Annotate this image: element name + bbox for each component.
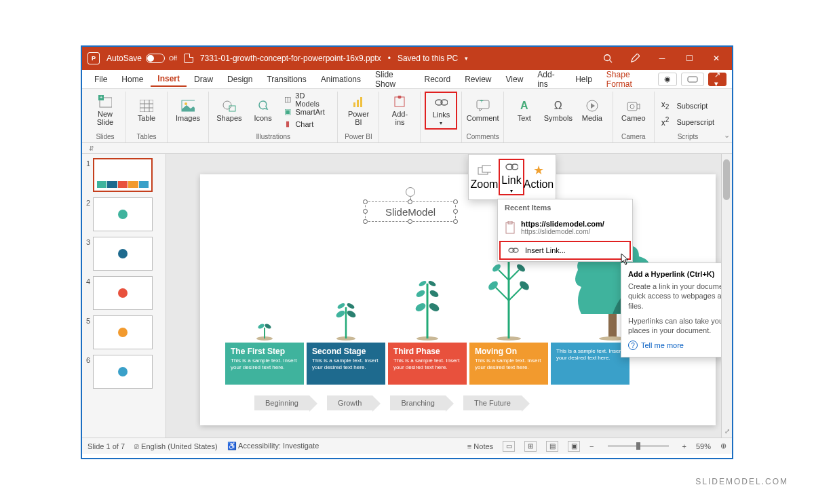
subscript-button[interactable]: x2 Subscript xyxy=(659,100,717,112)
recent-link-item[interactable]: https://slidemodel.com/https://slidemode… xyxy=(498,216,632,239)
lang-indicator[interactable]: ⎚ English (United States) xyxy=(134,442,218,450)
sorter-view-button[interactable]: ⊞ xyxy=(524,441,537,452)
action-submenu[interactable]: ★Action xyxy=(526,159,551,195)
images-button[interactable]: Images xyxy=(172,92,204,130)
tab-review[interactable]: Review xyxy=(458,72,498,87)
chart-button[interactable]: ▮Chart xyxy=(280,118,333,130)
slide-thumb-6[interactable] xyxy=(93,355,153,389)
svg-point-36 xyxy=(414,302,427,313)
search-icon[interactable] xyxy=(598,48,618,69)
tab-animations[interactable]: Animations xyxy=(314,72,368,87)
scrollbar-thumb[interactable] xyxy=(723,159,730,200)
group-illustrations: Illustrations xyxy=(256,132,290,142)
thumbnail-panel[interactable]: 1 2 3 4 5 6 xyxy=(82,154,166,438)
chevron-down-icon[interactable]: ▾ xyxy=(465,55,468,62)
cameo-button[interactable]: Cameo xyxy=(617,92,650,130)
slide-thumb-5[interactable] xyxy=(93,315,153,349)
links-button[interactable]: Links▾ xyxy=(425,92,457,130)
tab-shape-format[interactable]: Shape Format xyxy=(600,67,657,92)
addins-button[interactable]: Add- ins xyxy=(383,92,416,130)
tab-help[interactable]: Help xyxy=(568,72,599,87)
insert-link-item[interactable]: Insert Link... xyxy=(499,241,631,260)
tab-home[interactable]: Home xyxy=(115,72,150,87)
new-slide-button[interactable]: +New Slide xyxy=(89,92,121,130)
svg-rect-2 xyxy=(688,77,697,82)
work-area: 1 2 3 4 5 6 SlideModel xyxy=(82,154,732,438)
tab-file[interactable]: File xyxy=(88,72,114,87)
tab-insert[interactable]: Insert xyxy=(151,71,187,87)
powerbi-button[interactable]: Power BI xyxy=(342,92,374,130)
vertical-scrollbar[interactable]: ⤢ xyxy=(721,154,732,438)
smartart-button[interactable]: ▣SmartArt xyxy=(280,106,333,118)
hyperlink-tooltip: Add a Hyperlink (Ctrl+K) Create a link i… xyxy=(621,263,721,357)
rotate-handle-icon[interactable] xyxy=(406,187,415,197)
close-button[interactable]: ✕ xyxy=(706,48,726,69)
slideshow-view-button[interactable]: ▣ xyxy=(568,441,580,452)
smartart-icon: ▣ xyxy=(283,107,292,117)
share-button[interactable]: ↗ ▾ xyxy=(708,73,726,86)
stage-body: This is a sample text. Insert your desir… xyxy=(231,357,298,370)
qat-chevron-icon[interactable]: ⇵ xyxy=(89,145,94,152)
toggle-icon[interactable] xyxy=(146,54,165,63)
tab-slideshow[interactable]: Slide Show xyxy=(368,67,416,92)
zoom-in-button[interactable]: + xyxy=(682,442,686,450)
autosave-toggle[interactable]: AutoSave Off xyxy=(106,54,177,63)
tab-design[interactable]: Design xyxy=(220,72,259,87)
tab-record[interactable]: Record xyxy=(417,72,457,87)
slide-thumb-1[interactable] xyxy=(93,158,153,192)
slide-counter[interactable]: Slide 1 of 7 xyxy=(88,442,125,450)
reading-view-button[interactable]: ▤ xyxy=(546,441,558,452)
slide-thumb-4[interactable] xyxy=(93,276,153,310)
comment-button[interactable]: +Comment xyxy=(467,92,499,130)
svg-point-41 xyxy=(427,279,436,287)
new-slide-label: New Slide xyxy=(97,110,113,126)
fit-window-button[interactable]: ⊕ xyxy=(720,442,726,450)
svg-point-12 xyxy=(185,102,187,105)
link-menu: Recent Items https://slidemodel.com/http… xyxy=(497,199,633,262)
table-icon xyxy=(140,99,153,113)
save-status[interactable]: Saved to this PC xyxy=(398,54,458,63)
zoom-out-button[interactable]: − xyxy=(589,442,594,450)
fit-icon[interactable]: ⤢ xyxy=(722,427,732,435)
text-button[interactable]: AText xyxy=(508,92,541,130)
accessibility-indicator[interactable]: ♿ Accessibility: Investigate xyxy=(227,442,319,450)
svg-point-40 xyxy=(418,279,427,287)
zoom-submenu[interactable]: Zoom xyxy=(471,159,497,195)
svg-point-33 xyxy=(336,302,345,309)
notes-button[interactable]: ≡ Notes xyxy=(467,442,493,450)
3d-models-button[interactable]: ◫3D Models xyxy=(280,94,333,106)
present-button[interactable] xyxy=(681,73,704,86)
document-title[interactable]: 7331-01-growth-concept-for-powerpoint-16… xyxy=(200,54,381,63)
record-button[interactable]: ◉ xyxy=(658,73,677,86)
svg-point-0 xyxy=(604,55,610,61)
symbols-button[interactable]: ΩSymbols xyxy=(542,92,575,130)
ribbon-collapse-icon[interactable]: ⌄ xyxy=(721,92,732,142)
minimize-button[interactable]: ─ xyxy=(652,48,672,69)
table-button[interactable]: Table xyxy=(130,92,163,130)
tab-view[interactable]: View xyxy=(499,72,530,87)
pen-icon[interactable] xyxy=(625,48,645,69)
media-button[interactable]: Media xyxy=(576,92,608,130)
svg-point-13 xyxy=(223,101,231,109)
tab-transitions[interactable]: Transitions xyxy=(260,72,313,87)
link-icon xyxy=(505,160,518,173)
zoom-slider[interactable] xyxy=(608,445,669,447)
link-submenu[interactable]: Link▾ xyxy=(499,159,524,195)
tab-draw[interactable]: Draw xyxy=(187,72,220,87)
group-comments: Comments xyxy=(466,132,499,142)
slide-thumb-2[interactable] xyxy=(93,197,153,231)
superscript-button[interactable]: x2 Superscript xyxy=(659,116,717,128)
tab-addins[interactable]: Add-ins xyxy=(530,67,568,92)
svg-text:+: + xyxy=(480,100,484,104)
slide-canvas[interactable]: SlideModel The First StepThis is a sampl… xyxy=(166,154,721,438)
slide-thumb-3[interactable] xyxy=(93,237,153,271)
icons-button[interactable]: Icons xyxy=(247,92,279,130)
svg-rect-16 xyxy=(357,100,359,107)
save-icon[interactable] xyxy=(184,54,193,63)
selected-textbox[interactable]: SlideModel xyxy=(365,201,456,222)
zoom-level[interactable]: 59% xyxy=(696,442,711,450)
shapes-button[interactable]: Shapes xyxy=(213,92,246,130)
tell-me-more-link[interactable]: ?Tell me more xyxy=(628,341,721,350)
maximize-button[interactable]: ☐ xyxy=(679,48,699,69)
normal-view-button[interactable]: ▭ xyxy=(503,441,515,452)
